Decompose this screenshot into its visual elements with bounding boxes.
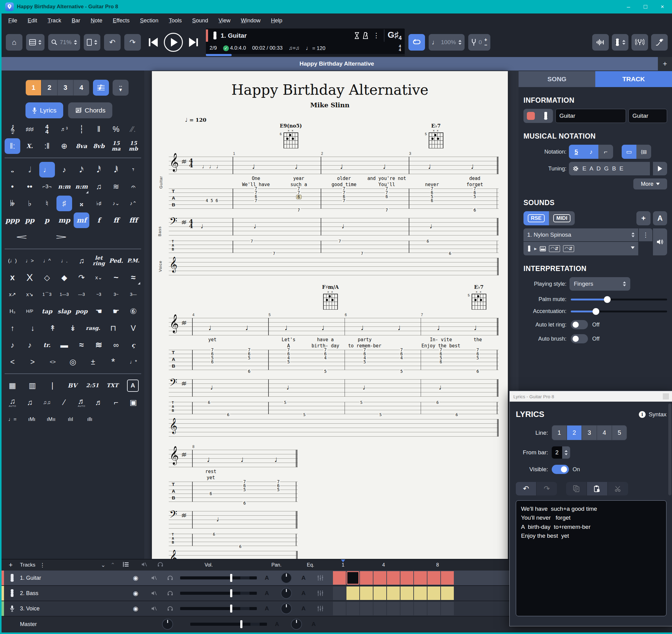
palm-mute-slider[interactable] [571, 299, 667, 300]
ghost-note-icon[interactable]: (♩) [5, 253, 20, 269]
turn-icon[interactable]: ∞ [108, 337, 124, 353]
ottava-alta-icon[interactable]: 8va [74, 138, 89, 154]
timeline-cell[interactable] [373, 571, 386, 585]
midi-toggle[interactable]: MIDI [549, 211, 575, 225]
section-tab-title[interactable]: Happy Birthday Alternative [300, 60, 374, 67]
tab-column[interactable] [496, 314, 499, 376]
more-button[interactable]: More [633, 178, 667, 190]
lyrics-undo-button[interactable]: ↶ [516, 482, 536, 495]
tie-icon[interactable]: ♫ [91, 179, 107, 194]
quindicesima-alta-icon[interactable]: 15 ma [108, 138, 124, 154]
audio-input-button[interactable] [651, 34, 668, 51]
accent-icon[interactable]: ♩> [22, 253, 38, 269]
quindicesima-bassa-icon[interactable]: 15 mb [125, 138, 141, 154]
menu-item[interactable]: Track [48, 18, 61, 24]
right-hand-tap-icon[interactable]: ☛ [108, 303, 124, 319]
timeline-bar-label[interactable] [323, 562, 336, 568]
timeline-cell[interactable] [414, 586, 427, 600]
expand-tracks-icon[interactable]: ⌃ [111, 562, 115, 568]
bass-bar[interactable]: 77 [323, 217, 408, 255]
auto-stem-icon[interactable]: ♬ [74, 395, 89, 410]
menu-item[interactable]: File [8, 18, 17, 24]
lyrics-line-2[interactable]: 2 [567, 425, 582, 440]
bass-bar[interactable] [295, 510, 298, 548]
bass-bar[interactable] [191, 510, 194, 548]
timeline-cell[interactable] [360, 602, 373, 615]
dynamic-ppp[interactable]: ppp [5, 213, 20, 228]
chords-button[interactable]: Chords [68, 102, 112, 118]
artificial-harmonic-icon[interactable]: ◆ [56, 270, 72, 286]
multi-voice-icon[interactable]: ▣ [125, 395, 141, 410]
bass-bar[interactable]: 77 [234, 217, 320, 255]
volume-automation-label[interactable]: A [258, 590, 275, 596]
timeline-cell[interactable] [427, 602, 440, 615]
wide-vibrato-icon[interactable]: ≈ [125, 270, 141, 286]
track-short-name-field[interactable]: Guitar [628, 109, 667, 123]
dynamic-mf[interactable]: mf [74, 213, 89, 228]
tab-column[interactable]: the 7 6 56 [459, 314, 496, 376]
relative-speed-control[interactable]: ♩100% [429, 34, 465, 51]
dip-icon[interactable]: x⌄ [91, 270, 107, 286]
redo-button[interactable]: ↷ [124, 34, 141, 51]
transpose-control[interactable]: 0 +− [468, 34, 490, 51]
bass-bar[interactable] [496, 217, 499, 255]
lyrics-copy-button[interactable] [566, 482, 586, 495]
master-pan-automation[interactable]: A [307, 621, 320, 628]
guitar-staff-system-2[interactable]: 𝄞 ♯♯ T A B 4 [169, 314, 499, 376]
slide-out-down-icon[interactable]: 3~ [108, 287, 124, 302]
auto-brush-toggle[interactable] [571, 334, 588, 343]
previous-bar-button[interactable] [147, 38, 160, 47]
tab-column[interactable]: 4 [191, 314, 194, 376]
beam-join-icon[interactable]: ♫ [22, 395, 38, 410]
track-name[interactable]: 3. Voice [20, 606, 125, 612]
guitar-staff-system-3[interactable]: 𝄞 ♯♯ T A B 8 [169, 445, 298, 508]
metronome-icon[interactable] [363, 32, 369, 39]
eighth-note-icon[interactable]: ♪ [56, 162, 72, 177]
track-solo-icon[interactable] [162, 606, 179, 611]
track-mute-icon[interactable] [146, 606, 162, 611]
pop-icon[interactable]: pop [74, 303, 89, 319]
dynamic-ff[interactable]: ff [108, 213, 124, 228]
timeline-cell[interactable] [333, 571, 346, 585]
bass-bar[interactable] [420, 378, 422, 417]
whammy-wide-icon[interactable]: ≋ [91, 337, 107, 353]
double-barline-icon[interactable]: ‖ [91, 121, 107, 137]
instrument-tuner-button[interactable] [612, 34, 628, 51]
bass-bar[interactable]: 66 [194, 378, 268, 417]
bass-bar[interactable]: 66 [194, 510, 295, 548]
menu-item[interactable]: Window [241, 18, 260, 24]
palette-tab-3[interactable]: 3 [57, 80, 73, 96]
timeline-label-4[interactable]: 4 [377, 562, 390, 568]
dynamic-mp[interactable]: mp [56, 213, 72, 228]
bass-bar[interactable] [268, 378, 270, 417]
lyrics-line-5[interactable]: 5 [612, 425, 627, 440]
tab-column[interactable] [295, 445, 298, 508]
triplet-icon[interactable]: ⌐3¬ [39, 179, 55, 194]
time-signature-icon[interactable]: 4 4 [39, 121, 55, 137]
repeat-close-icon[interactable]: :‖ [39, 138, 55, 154]
pan-knob[interactable] [281, 603, 292, 614]
marker-list-icon[interactable]: ıMıı [43, 411, 59, 427]
volume-swell-icon[interactable]: <> [45, 354, 61, 370]
timeline-cell[interactable] [414, 571, 427, 585]
chord-diagram-icon[interactable]: ▦ [5, 378, 20, 393]
roll-down-icon[interactable]: ↡ [65, 320, 81, 336]
timeline-cell[interactable] [346, 586, 359, 600]
brush-up-icon[interactable]: ↑ [5, 320, 20, 336]
add-track-button[interactable]: + [2, 561, 20, 569]
marker-icon[interactable]: ıMı [24, 411, 40, 427]
timeline-bar-label[interactable] [418, 562, 431, 568]
timeline-cell[interactable] [441, 602, 454, 615]
timeline-cell[interactable] [441, 571, 454, 585]
slap-icon[interactable]: slap [56, 303, 72, 319]
timeline-cell[interactable] [360, 571, 373, 585]
hammer-on-icon[interactable]: 1⌒3 [39, 287, 55, 302]
bass-bar[interactable]: 55 [346, 378, 420, 417]
tab-column[interactable]: dead forget 7 6 56 [454, 152, 496, 215]
rse-toggle[interactable]: RSE [524, 211, 549, 225]
notation-slash-toggle[interactable]: ⌐ [598, 145, 613, 159]
dynamic-f[interactable]: f [91, 213, 107, 228]
timeline-bar-label[interactable] [350, 562, 363, 568]
minimize-button[interactable]: – [627, 3, 630, 10]
staccato-icon[interactable]: ♩. [56, 253, 72, 269]
